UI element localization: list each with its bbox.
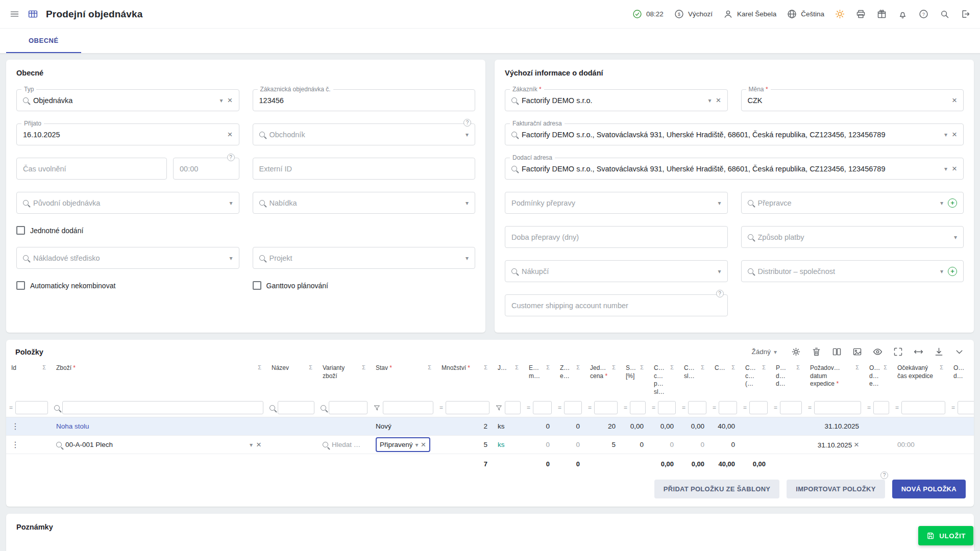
tooltip-icon[interactable]: ? [463, 119, 471, 127]
clear-icon[interactable]: × [256, 440, 261, 449]
sum-icon[interactable]: Σ [484, 364, 487, 372]
download-icon[interactable] [934, 346, 944, 357]
chevron-down-icon[interactable]: ▾ [708, 97, 712, 104]
chevron-down-icon[interactable]: ▾ [940, 268, 943, 275]
filter-input[interactable] [780, 401, 802, 414]
filter-input[interactable] [688, 401, 706, 414]
chevron-down-icon[interactable]: ▾ [944, 131, 947, 138]
group-by-select[interactable]: Žádný▾ [751, 348, 777, 356]
logout-icon[interactable] [960, 9, 971, 19]
clear-icon[interactable]: × [854, 440, 859, 449]
checkbox-ganttovo-planovani[interactable]: Ganttovo plánování [253, 281, 328, 290]
chevron-down-icon[interactable]: ▾ [718, 268, 721, 275]
cas-uvolneni-input[interactable] [23, 165, 160, 173]
fakturacni-adresa-field[interactable]: Fakturační adresa Factorify DEMO s.r.o.,… [505, 123, 964, 145]
tooltip-icon[interactable]: ? [227, 154, 235, 161]
projekt-field[interactable]: Projekt ▾ [253, 247, 476, 269]
row-menu-icon[interactable]: ⋮ [11, 422, 19, 431]
puvodni-objednavka-field[interactable]: Původní objednávka ▾ [16, 192, 239, 214]
cas-cell-editor[interactable]: 00:00 [892, 436, 948, 454]
zakaznicka-objednavka-input[interactable] [259, 96, 469, 105]
add-icon[interactable]: + [948, 198, 957, 208]
item-row-1[interactable]: ⋮ Noha stolu Nový 2 ks 0 0 20 0,00 0,00 … [6, 417, 974, 436]
typ-field[interactable]: Typ Objednávka ▾ × [16, 89, 239, 111]
filter-cas-input[interactable] [901, 401, 945, 414]
tooltip-icon[interactable]: ? [880, 471, 888, 479]
distributor-field[interactable]: Distributor – společnost ▾ + [741, 260, 964, 282]
podminky-prepravy-field[interactable]: Podmínky přepravy ▾ [505, 192, 728, 214]
clear-icon[interactable]: × [421, 440, 426, 449]
checkbox-automaticky-nekombinovat[interactable]: Automaticky nekombinovat [16, 281, 115, 290]
filter-datum-input[interactable] [814, 401, 861, 414]
chevron-down-icon[interactable]: ▾ [229, 199, 232, 207]
sum-icon[interactable]: Σ [731, 364, 735, 372]
sum-icon[interactable]: Σ [576, 364, 580, 380]
externi-id-input[interactable] [259, 165, 469, 173]
search-icon[interactable] [939, 9, 950, 19]
chevron-down-icon[interactable]: ▾ [465, 131, 469, 138]
filter-zbozi-input[interactable] [62, 401, 263, 414]
sum-icon[interactable]: Σ [362, 364, 365, 380]
prijato-field[interactable]: Přijato 16.10.2025 × [16, 123, 239, 145]
theme-toggle-icon[interactable] [835, 9, 845, 19]
sum-icon[interactable]: Σ [884, 364, 887, 388]
sum-icon[interactable]: Σ [258, 364, 261, 372]
add-icon[interactable]: + [948, 267, 957, 276]
zakaznik-field[interactable]: Zákazník * Factorify DEMO s.r.o. ▾ × [505, 89, 728, 111]
resize-columns-icon[interactable] [913, 346, 924, 357]
prepravce-field[interactable]: Přepravce ▾ + [741, 192, 964, 214]
notifications-icon[interactable] [897, 9, 908, 19]
clear-icon[interactable]: × [952, 130, 957, 139]
item-link[interactable]: Noha stolu [56, 422, 89, 430]
dodaci-adresa-field[interactable]: Dodací adresa Factorify DEMO s.r.o., Sva… [505, 158, 964, 180]
datum-cell-editor[interactable]: 31.10.2025 × [805, 436, 864, 454]
sum-icon[interactable]: Σ [855, 364, 859, 388]
new-item-button[interactable]: NOVÁ POLOŽKA [892, 480, 966, 498]
stav-cell-editor[interactable]: Připravený ▾ × [376, 437, 430, 452]
checkbox-jednotne-dodani[interactable]: Jednotné dodání [16, 226, 83, 235]
clear-icon[interactable]: × [952, 164, 957, 173]
tooltip-icon[interactable]: ? [716, 290, 724, 297]
chevron-down-icon[interactable]: ▾ [940, 199, 943, 207]
obchodnik-field[interactable]: Obchodník ▾ [253, 123, 476, 145]
checkbox-box[interactable] [16, 281, 25, 290]
zpusob-platby-field[interactable]: Způsob platby ▾ [741, 226, 964, 248]
chevron-down-icon[interactable]: ▾ [954, 234, 957, 241]
customer-shipping-input[interactable] [511, 302, 721, 310]
add-from-template-button[interactable]: PŘIDAT POLOŽKU ZE ŠABLONY [654, 480, 779, 498]
filter-input[interactable] [749, 401, 768, 414]
sum-icon[interactable]: Σ [42, 364, 46, 372]
filter-input[interactable] [564, 401, 582, 414]
chevron-down-icon[interactable]: ▾ [220, 97, 223, 104]
tab-obecne[interactable]: OBECNÉ [6, 29, 81, 53]
import-items-button[interactable]: IMPORTOVAT POLOŽKY [787, 480, 885, 498]
nakupci-field[interactable]: Nákupčí ▾ [505, 260, 728, 282]
filter-input[interactable] [630, 401, 646, 414]
sum-icon[interactable]: Σ [701, 364, 704, 380]
chevron-down-icon[interactable]: ▾ [465, 255, 469, 262]
chevron-down-icon[interactable]: ▾ [250, 441, 253, 448]
checkbox-box[interactable] [253, 281, 261, 290]
sum-icon[interactable]: Σ [940, 364, 943, 380]
chevron-down-icon[interactable]: ▾ [229, 255, 232, 262]
visibility-icon[interactable] [872, 346, 883, 357]
sum-icon[interactable]: Σ [612, 364, 616, 380]
clear-icon[interactable]: × [228, 96, 233, 105]
clear-icon[interactable]: × [228, 130, 233, 139]
chevron-down-icon[interactable]: ▾ [944, 165, 947, 172]
filter-input[interactable] [958, 401, 974, 414]
sum-icon[interactable]: Σ [428, 364, 431, 372]
cas-format-input[interactable] [180, 165, 232, 173]
filter-input[interactable] [658, 401, 676, 414]
save-button[interactable]: ULOŽIT [918, 526, 973, 545]
nabidka-field[interactable]: Nabídka ▾ [253, 192, 476, 214]
doba-prepravy-field[interactable] [505, 226, 728, 248]
filter-input[interactable] [719, 401, 737, 414]
checkbox-box[interactable] [16, 226, 25, 235]
sync-status[interactable]: 08:22 [632, 9, 664, 19]
varianty-cell-editor[interactable]: Hledat … [323, 441, 365, 448]
filter-input[interactable] [533, 401, 552, 414]
chevron-down-icon[interactable]: ▾ [415, 441, 419, 448]
chevron-down-icon[interactable]: ▾ [465, 199, 469, 207]
customer-shipping-field[interactable] [505, 294, 728, 316]
